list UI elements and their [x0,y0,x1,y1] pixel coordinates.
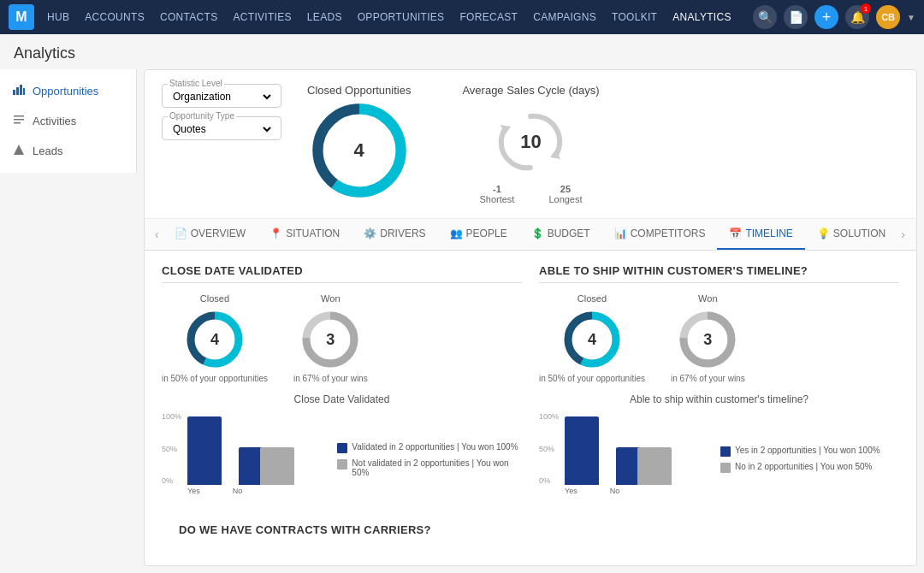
tab-situation[interactable]: 📍 SITUATION [258,219,352,250]
contracts-title: DO WE HAVE CONTRACTS WITH CARRIERS? [179,523,882,536]
sidebar-item-opportunities[interactable]: Opportunities [0,76,136,106]
nav-item-hub[interactable]: HUB [47,11,69,23]
page-title: Analytics [0,34,924,69]
sidebar-item-leads-label: Leads [33,145,62,157]
ship-bar-chart: Able to ship within customer's timeline?… [539,393,899,506]
ship-closed-label: Closed [578,293,607,304]
tab-drivers[interactable]: ⚙️ DRIVERS [352,219,437,250]
legend-blue-text: Validated in 2 opportunities | You won 1… [352,442,518,452]
stats-row: Statistic Level Organization Team Indivi… [145,70,916,219]
nav-item-campaigns[interactable]: CAMPAIGNS [533,11,596,23]
statistic-level-field[interactable]: Statistic Level Organization Team Indivi… [162,84,281,108]
nav-item-activities[interactable]: ACTIVITIES [234,11,292,23]
tab-timeline[interactable]: 📅 TIMELINE [717,219,804,250]
ship-closed: Closed 4 in 50% of your opportu [539,293,645,383]
top-nav: M HUB ACCOUNTS CONTACTS ACTIVITIES LEADS… [0,0,924,34]
svg-rect-1 [16,87,19,95]
x-label-yes: Yes [187,487,200,495]
ship-mini-donuts: Closed 4 in 50% of your opportu [539,293,899,383]
sidebar-item-activities-label: Activities [33,115,76,127]
activities-icon [12,113,26,129]
close-date-won-sub: in 67% of your wins [293,374,368,383]
nav-item-forecast[interactable]: FORECAST [459,11,518,23]
close-date-bar-chart: Close Date Validated 100% 50% 0% [162,393,522,506]
drivers-icon: ⚙️ [364,227,376,239]
bar-no-gray [260,447,294,485]
main-content: Statistic Level Organization Team Indivi… [144,69,917,566]
y-label-0: 0% [162,476,181,485]
nav-item-accounts[interactable]: ACCOUNTS [85,11,145,23]
legend-gray-color [337,459,347,470]
close-date-won-value: 3 [326,331,335,349]
ship-y-label-50: 50% [539,445,559,453]
sidebar-item-activities[interactable]: Activities [0,106,136,136]
close-date-won-label: Won [321,293,340,304]
ship-x-label-yes: Yes [565,487,578,495]
sidebar: Opportunities Activities Leads [0,69,137,573]
y-label-100: 100% [162,412,181,421]
ship-y-label-0: 0% [539,476,559,485]
close-date-chart-title: Close Date Validated [162,393,522,405]
sidebar-item-opportunities-label: Opportunities [33,85,98,97]
tabs-prev-arrow[interactable]: ‹ [151,221,163,248]
close-date-won: Won 3 in 67% of your wins [293,293,368,383]
close-date-title: CLOSE DATE VALIDATED [162,264,522,283]
overview-icon: 📄 [175,227,187,239]
ship-legend-gray-color [720,463,731,473]
ship-bar-yes-blue [565,416,599,485]
nav-item-contacts[interactable]: CONTACTS [160,11,218,23]
ship-won-sub: in 67% of your wins [671,374,745,383]
svg-rect-3 [23,88,25,95]
longest-label: Longest [548,194,582,204]
nav-item-opportunities[interactable]: OPPORTUNITIES [358,11,445,23]
ship-legend-blue-text: Yes in 2 opportunities | You won 100% [735,446,880,455]
add-button[interactable]: + [814,5,838,29]
x-label-no: No [233,487,243,495]
nav-item-toolkit[interactable]: TOOLKIT [612,11,657,23]
sales-cycle-value: 10 [520,131,541,153]
avg-sales-cycle-title: Average Sales Cycle (days) [462,84,599,97]
opportunity-type-select[interactable]: Quotes Proposals All [169,122,274,136]
close-date-closed-label: Closed [200,293,229,304]
svg-rect-6 [14,122,21,124]
document-icon-button[interactable]: 📄 [784,5,808,29]
shortest-label: Shortest [479,194,514,204]
competitors-icon: 📊 [614,227,627,239]
budget-icon: 💲 [531,227,544,239]
tab-budget[interactable]: 💲 BUDGET [519,219,602,250]
opportunity-type-field[interactable]: Opportunity Type Quotes Proposals All [162,116,281,140]
sales-cycle-chart: 10 [488,103,573,180]
ship-won-value: 3 [703,331,712,349]
close-date-mini-donuts: Closed 4 in 50% of your opportu [162,293,522,383]
nav-item-analytics[interactable]: ANALYTICS [672,11,732,23]
notif-badge: 1 [861,3,871,14]
sidebar-item-leads[interactable]: Leads [0,136,136,166]
closed-opp-title: Closed Opportunities [307,84,411,97]
avg-sales-cycle-section: Average Sales Cycle (days) 10 [462,84,599,204]
tab-people[interactable]: 👥 PEOPLE [438,219,519,250]
closed-opportunities-section: Closed Opportunities 4 [307,84,411,198]
statistic-level-label: Statistic Level [168,79,224,88]
cycle-labels: -1 Shortest 25 Longest [479,184,582,204]
ship-x-label-no: No [610,487,620,495]
ship-title: ABLE TO SHIP WITHIN CUSTOMER'S TIMELINE? [539,264,899,283]
legend-blue-color [337,443,347,453]
ship-closed-sub: in 50% of your opportunities [539,374,645,383]
ship-won: Won 3 in 67% of your wins [671,293,745,383]
tab-competitors[interactable]: 📊 COMPETITORS [602,219,718,250]
tabs-next-arrow[interactable]: › [897,221,909,248]
tab-solution[interactable]: 💡 SOLUTION [805,219,897,250]
search-icon-button[interactable]: 🔍 [753,5,777,29]
dropdown-chevron-icon[interactable]: ▼ [907,13,915,22]
svg-rect-4 [14,115,24,117]
svg-rect-2 [20,85,22,95]
closed-opp-value: 4 [354,139,364,162]
tab-overview[interactable]: 📄 OVERVIEW [163,219,258,250]
user-avatar[interactable]: CB [876,5,900,29]
notification-button[interactable]: 🔔 1 [845,5,869,29]
nav-item-leads[interactable]: LEADS [307,11,342,23]
nav-logo[interactable]: M [9,4,34,30]
statistic-level-select[interactable]: Organization Team Individual [169,90,274,103]
ship-legend-blue-color [720,446,731,457]
opportunities-icon [12,83,26,99]
